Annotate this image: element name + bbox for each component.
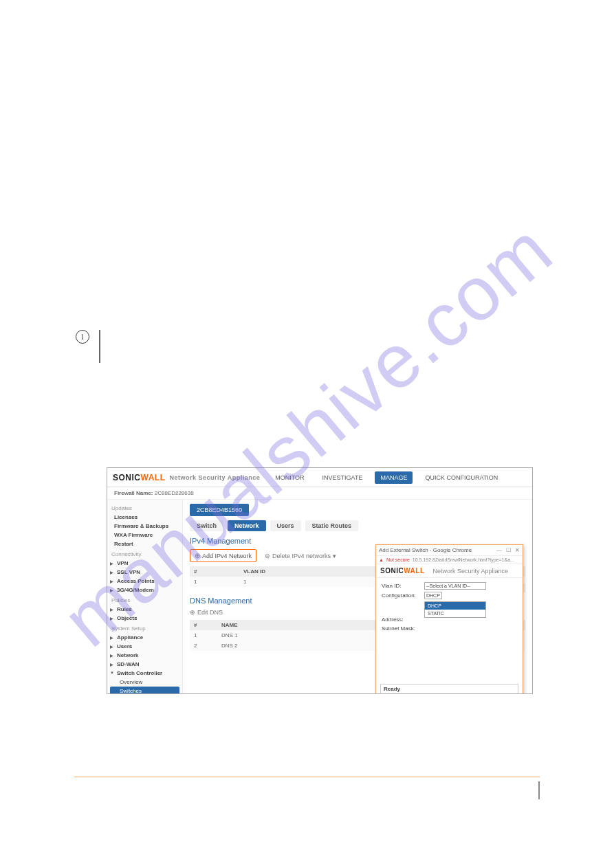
edit-icon: ⊕ [190, 609, 195, 616]
popup-logo-right: WALL [404, 567, 424, 575]
logo-left: SONIC [113, 473, 141, 482]
configuration-dropdown-list: DHCP STATIC [424, 601, 486, 618]
window-minimize-icon[interactable]: — [496, 547, 502, 553]
subtab-static-routes[interactable]: Static Routes [305, 520, 359, 531]
sidebar-item-vpn[interactable]: VPN [110, 559, 179, 568]
sidebar-item-firmware-backups[interactable]: Firmware & Backups [110, 522, 179, 531]
sidebar-head-updates: Updates [110, 502, 179, 513]
note-block: i [76, 330, 100, 363]
config-option-dhcp[interactable]: DHCP [425, 602, 485, 610]
popup-logo-left: SONIC [380, 567, 404, 575]
sidebar-item-appliance[interactable]: Appliance [110, 633, 179, 642]
firewall-name-label: Firewall Name: [114, 490, 153, 496]
sidebar-head-system-setup: System Setup [110, 623, 179, 633]
tab-monitor[interactable]: MONITOR [270, 471, 309, 484]
note-divider [99, 330, 100, 363]
status-text: Ready [380, 684, 518, 694]
popup-title-text: Add External Switch - Google Chrome [379, 547, 472, 553]
ipv4-col-num: # [190, 566, 239, 577]
sidebar-item-wxa-firmware[interactable]: WXA Firmware [110, 531, 179, 539]
subtab-users[interactable]: Users [270, 520, 301, 531]
add-ipv4-network-button[interactable]: ⊕ Add IPv4 Network [190, 549, 256, 562]
chevron-down-icon: ▾ [333, 553, 336, 559]
edit-dns-label: Edit DNS [197, 609, 223, 616]
sidebar-item-users[interactable]: Users [110, 642, 179, 651]
config-option-static[interactable]: STATIC [425, 610, 485, 617]
sidebar-item-network[interactable]: Network [110, 651, 179, 660]
delete-ipv4-label: Delete IPv4 networks [272, 553, 331, 559]
app-logo: SONICWALL Network Security Appliance [113, 473, 260, 482]
dns-col-num: # [190, 620, 217, 630]
logo-right: WALL [141, 473, 166, 482]
sidebar-item-licenses[interactable]: Licenses [110, 513, 179, 522]
ipv4-col-vlan: VLAN ID [239, 566, 371, 577]
top-nav: MONITOR INVESTIGATE MANAGE QUICK CONFIGU… [270, 471, 503, 484]
tab-quick-config[interactable]: QUICK CONFIGURATION [419, 471, 503, 484]
sidebar-item-switches[interactable]: Switches [110, 687, 179, 694]
dns-row2-num: 2 [190, 641, 217, 651]
sidebar-head-connectivity: Connectivity [110, 548, 179, 559]
not-secure-icon: ▲ [379, 557, 384, 562]
address-label: Address: [382, 616, 420, 623]
sidebar-item-sd-wan[interactable]: SD-WAN [110, 660, 179, 669]
device-tab[interactable]: 2CB8ED4B1560 [190, 504, 249, 516]
firewall-name-row: Firewall Name: 2C88ED228638 [107, 487, 532, 500]
sidebar-item-3g4g-modem[interactable]: 3G/4G/Modem [110, 586, 179, 594]
tab-manage[interactable]: MANAGE [375, 471, 413, 484]
not-secure-label: Not secure [386, 557, 410, 562]
subtab-switch[interactable]: Switch [190, 520, 223, 531]
sidebar-item-restart[interactable]: Restart [110, 539, 179, 548]
ipv4-row-vlan: 1 [239, 577, 371, 587]
configuration-label: Configuration: [382, 592, 420, 599]
window-maximize-icon[interactable]: ☐ [506, 547, 511, 553]
sidebar-item-ssl-vpn[interactable]: SSL VPN [110, 568, 179, 577]
subtab-network[interactable]: Network [228, 520, 266, 531]
sidebar-item-overview[interactable]: Overview [110, 678, 179, 687]
sub-tabs: Switch Network Users Static Routes [190, 520, 525, 531]
popup-url-text: 10.5.192.82/addSmwlNetwork.html?type=1&a… [413, 557, 514, 562]
tab-investigate[interactable]: INVESTIGATE [317, 471, 369, 484]
sidebar-item-switch-controller[interactable]: Switch Controller [110, 669, 179, 678]
footer-bar [538, 781, 540, 799]
subnet-mask-label: Subnet Mask: [382, 625, 420, 632]
delete-ipv4-networks-button[interactable]: ⊖ Delete IPv4 networks ▾ [265, 553, 336, 559]
app-name: Network Security Appliance [170, 474, 261, 481]
vlan-id-select[interactable]: --Select a VLAN ID-- [424, 582, 486, 590]
add-external-switch-dialog: Add External Switch - Google Chrome — ☐ … [375, 544, 523, 694]
app-screenshot: SONICWALL Network Security Appliance MON… [107, 467, 533, 694]
popup-logo: SONICWALL [380, 567, 425, 575]
dns-row1-num: 1 [190, 630, 217, 641]
sidebar-head-policies: Policies [110, 594, 179, 605]
configuration-select[interactable]: DHCP [424, 592, 442, 599]
sidebar-item-objects[interactable]: Objects [110, 614, 179, 623]
sidebar-item-access-points[interactable]: Access Points [110, 577, 179, 586]
page-footer [74, 777, 540, 777]
sidebar-item-rules[interactable]: Rules [110, 605, 179, 614]
ipv4-row-num: 1 [190, 577, 239, 587]
edit-dns-button[interactable]: ⊕ Edit DNS [190, 609, 223, 616]
minus-icon: ⊖ [265, 553, 270, 559]
firewall-name-value: 2C88ED228638 [155, 490, 194, 496]
add-ipv4-label: Add IPv4 Network [202, 553, 252, 559]
main-content: 2CB8ED4B1560 Switch Network Users Static… [183, 500, 532, 694]
vlan-id-label: Vlan ID: [382, 583, 420, 589]
plus-icon: ⊕ [195, 552, 200, 559]
app-header: SONICWALL Network Security Appliance MON… [107, 468, 532, 487]
window-close-icon[interactable]: ✕ [515, 547, 520, 553]
popup-appname: Network Security Appliance [433, 568, 509, 575]
info-icon: i [76, 330, 89, 344]
sidebar: Updates Licenses Firmware & Backups WXA … [107, 500, 183, 694]
